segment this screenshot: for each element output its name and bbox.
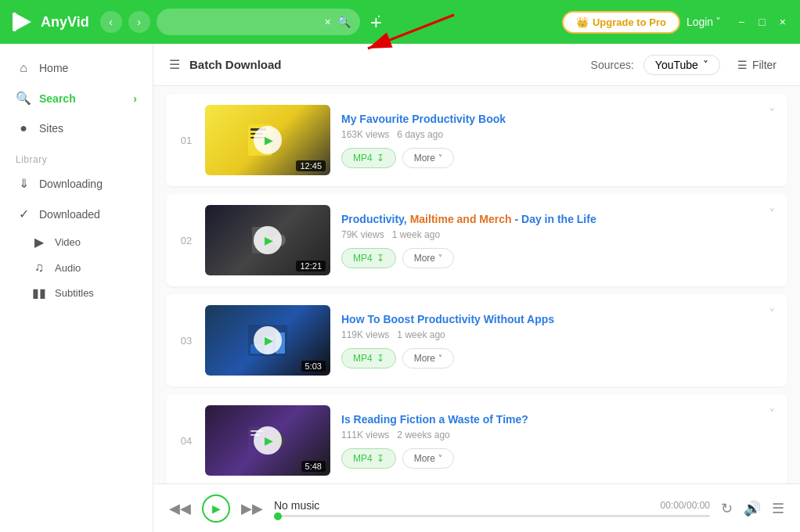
thumbnail[interactable]: ▶ 12:21 [205, 205, 330, 275]
result-info: How To Boost Productivity Without Apps 1… [341, 313, 758, 368]
time-display: 00:00/00:00 [661, 500, 710, 511]
content-area: ☰ Batch Download Sources: YouTube ˅ ☰ Fi… [153, 44, 800, 532]
subtitles-icon: ▮▮ [31, 286, 47, 300]
filter-button[interactable]: ☰ Filter [730, 56, 784, 74]
volume-button[interactable]: 🔊 [744, 500, 761, 517]
sidebar-item-sites[interactable]: ● Sites [0, 113, 153, 143]
result-meta: 163K views 6 days ago [341, 129, 758, 140]
sidebar-item-home[interactable]: ⌂ Home [0, 53, 153, 83]
search-icon-button[interactable]: 🔍 [337, 16, 351, 28]
collapse-button[interactable]: ˅ [769, 106, 775, 121]
more-button[interactable]: More ˅ [402, 248, 454, 268]
sources-label: Sources: [591, 59, 634, 71]
result-actions: MP4 ↧ More ˅ [341, 248, 758, 268]
progress-bar[interactable] [274, 515, 710, 517]
minimize-button[interactable]: − [733, 14, 749, 30]
search-input[interactable]: Ali [166, 16, 319, 28]
login-button[interactable]: Login ˅ [686, 16, 721, 28]
mp4-button[interactable]: MP4 ↧ [341, 248, 396, 268]
mp4-label: MP4 [353, 253, 373, 264]
sidebar-video-label: Video [55, 236, 81, 248]
login-label: Login [686, 16, 713, 28]
queue-button[interactable]: ☰ [772, 500, 784, 517]
mp4-button[interactable]: MP4 ↧ [341, 148, 396, 168]
batch-download-icon: ☰ [169, 57, 180, 72]
source-selector[interactable]: YouTube ˅ [643, 55, 720, 75]
mp4-label: MP4 [353, 153, 373, 164]
forward-button[interactable]: › [128, 11, 150, 33]
highlight-text: Mailtime and Merch [410, 213, 512, 225]
sites-icon: ● [16, 121, 31, 135]
result-info: Is Reading Fiction a Waste of Time? 111K… [341, 413, 758, 469]
result-item: 01 ▶ 12:45 [166, 94, 787, 186]
repeat-button[interactable]: ↻ [721, 500, 733, 517]
play-overlay: ▶ [254, 226, 282, 254]
next-track-button[interactable]: ▶▶ [241, 500, 263, 517]
checkmark-icon: ✓ [16, 207, 31, 221]
sidebar-downloaded-label: Downloaded [39, 208, 100, 221]
no-music-label: No music [274, 499, 319, 512]
collapse-button[interactable]: ˅ [769, 207, 775, 221]
play-pause-button[interactable]: ▶ [202, 494, 230, 523]
play-overlay: ▶ [254, 326, 282, 354]
back-button[interactable]: ‹ [100, 11, 122, 33]
sidebar-sites-label: Sites [39, 122, 63, 135]
chevron-down-icon: ˅ [438, 253, 442, 262]
app-logo: AnyVid [9, 9, 89, 34]
result-actions: MP4 ↧ More ˅ [341, 148, 758, 168]
result-title[interactable]: Is Reading Fiction a Waste of Time? [341, 413, 758, 426]
clear-search-button[interactable]: × [325, 16, 331, 28]
sidebar-item-audio[interactable]: ♫ Audio [0, 255, 153, 280]
close-button[interactable]: × [775, 14, 791, 30]
more-button[interactable]: More ˅ [402, 348, 454, 368]
main-layout: ⌂ Home 🔍 Search › ● Sites Library ⇓ Down… [0, 44, 800, 532]
sidebar-item-subtitles[interactable]: ▮▮ Subtitles [0, 280, 153, 306]
sidebar-arrow-icon: › [133, 92, 137, 105]
sidebar-item-downloading[interactable]: ⇓ Downloading [0, 168, 153, 199]
sidebar-item-search[interactable]: 🔍 Search › [0, 83, 153, 113]
thumbnail[interactable]: ▶ 5:48 [205, 405, 330, 476]
result-item: 03 ▶ 5:03 [166, 294, 787, 386]
player-middle: No music 00:00/00:00 [274, 499, 710, 517]
result-num: 04 [178, 435, 194, 447]
mp4-label: MP4 [353, 353, 373, 364]
sidebar-search-label: Search [39, 92, 76, 105]
add-tab-button[interactable]: +̇ [369, 13, 383, 31]
app-name: AnyVid [41, 14, 89, 31]
svg-rect-2 [13, 13, 16, 31]
results-list: 01 ▶ 12:45 [153, 86, 800, 483]
mp4-button[interactable]: MP4 ↧ [341, 348, 396, 368]
download-arrow-icon: ↧ [377, 453, 384, 464]
player-right-controls: ↻ 🔊 ☰ [721, 500, 784, 517]
home-icon: ⌂ [16, 61, 31, 75]
sidebar-audio-label: Audio [55, 262, 81, 274]
collapse-button[interactable]: ˅ [769, 307, 775, 322]
sidebar-item-downloaded[interactable]: ✓ Downloaded [0, 199, 153, 229]
more-button[interactable]: More ˅ [402, 448, 454, 469]
maximize-button[interactable]: □ [754, 14, 769, 30]
library-section-label: Library [0, 143, 153, 168]
titlebar: AnyVid ‹ › Ali × 🔍 +̇ 👑 Upgrade to Pro L… [0, 0, 800, 44]
result-actions: MP4 ↧ More ˅ [341, 448, 758, 469]
more-label: More [414, 253, 435, 264]
player-bar: ◀◀ ▶ ▶▶ No music 00:00/00:00 ↻ 🔊 ☰ [153, 483, 800, 532]
result-title[interactable]: How To Boost Productivity Without Apps [341, 313, 758, 325]
download-arrow-icon: ↧ [377, 253, 384, 264]
download-icon: ⇓ [16, 176, 31, 191]
content-header: ☰ Batch Download Sources: YouTube ˅ ☰ Fi… [153, 44, 800, 86]
result-title[interactable]: My Favourite Productivity Book [341, 113, 758, 125]
crown-icon: 👑 [576, 16, 589, 28]
result-item: 02 ▶ 12:21 [166, 194, 787, 286]
prev-track-button[interactable]: ◀◀ [169, 500, 191, 517]
more-button[interactable]: More ˅ [402, 148, 454, 168]
mp4-button[interactable]: MP4 ↧ [341, 448, 396, 469]
thumbnail[interactable]: ▶ 12:45 [205, 105, 330, 175]
result-meta: 111K views 2 weeks ago [341, 430, 758, 440]
upgrade-button[interactable]: 👑 Upgrade to Pro [562, 11, 680, 34]
chevron-down-icon: ˅ [438, 354, 442, 362]
collapse-button[interactable]: ˅ [769, 407, 775, 422]
sidebar-item-video[interactable]: ▶ Video [0, 229, 153, 255]
sidebar: ⌂ Home 🔍 Search › ● Sites Library ⇓ Down… [0, 44, 153, 532]
result-title[interactable]: Productivity, Mailtime and Merch - Day i… [341, 213, 758, 225]
thumbnail[interactable]: ▶ 5:03 [205, 305, 330, 376]
